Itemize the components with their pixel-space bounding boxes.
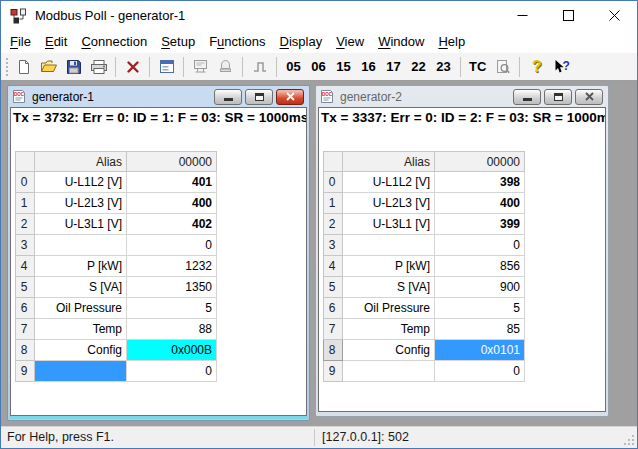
value-cell[interactable]: 0x000B [127,340,217,361]
function-15-button[interactable]: 15 [332,55,355,78]
resize-grip[interactable] [623,434,635,446]
alias-column-header[interactable]: Alias [343,152,435,172]
value-column-header[interactable]: 00000 [127,152,217,172]
alias-cell[interactable]: S [VA] [343,277,435,298]
child1-titlebar[interactable]: DOC generator-1 [8,86,309,107]
row-number-cell[interactable]: 1 [324,193,343,214]
alias-cell[interactable]: U-L1L2 [V] [35,172,127,193]
alias-cell[interactable]: Config [343,340,435,361]
communication-traffic-button[interactable] [189,55,212,78]
value-cell[interactable]: 856 [435,256,525,277]
alias-cell[interactable]: Config [35,340,127,361]
alarm-button[interactable] [214,55,237,78]
menu-display[interactable]: Display [273,31,330,52]
value-cell[interactable]: 85 [435,319,525,340]
alias-cell[interactable] [35,361,127,382]
row-number-cell[interactable]: 5 [324,277,343,298]
alias-cell[interactable]: U-L3L1 [V] [343,214,435,235]
child2-restore-button[interactable] [544,89,572,105]
alias-cell[interactable]: S [VA] [35,277,127,298]
alias-cell[interactable] [343,235,435,256]
alias-cell[interactable]: U-L1L2 [V] [343,172,435,193]
child2-titlebar[interactable]: DOC generator-2 [316,86,608,107]
single-poll-button[interactable] [248,55,271,78]
row-number-cell[interactable]: 9 [324,361,343,382]
value-cell[interactable]: 1232 [127,256,217,277]
row-number-cell[interactable]: 7 [324,319,343,340]
child1-minimize-button[interactable] [214,89,242,105]
function-23-button[interactable]: 23 [432,55,455,78]
row-number-cell[interactable]: 2 [16,214,35,235]
function-17-button[interactable]: 17 [382,55,405,78]
maximize-button[interactable] [545,1,591,30]
child2-minimize-button[interactable] [513,89,541,105]
value-cell[interactable]: 0x0101 [435,340,525,361]
alias-cell[interactable]: Oil Pressure [343,298,435,319]
child1-close-button[interactable] [276,89,304,105]
alias-cell[interactable]: U-L3L1 [V] [35,214,127,235]
value-cell[interactable]: 399 [435,214,525,235]
alias-cell[interactable]: P [kW] [35,256,127,277]
cancel-poll-button[interactable] [121,55,144,78]
value-cell[interactable]: 0 [435,235,525,256]
grid-corner-cell[interactable] [324,152,343,172]
value-cell[interactable]: 0 [127,235,217,256]
alias-cell[interactable]: Temp [35,319,127,340]
row-number-cell[interactable]: 9 [16,361,35,382]
toolbar-grip[interactable] [5,57,9,77]
menu-help[interactable]: Help [431,31,472,52]
alias-cell[interactable] [343,361,435,382]
menu-edit[interactable]: Edit [38,31,74,52]
function-06-button[interactable]: 06 [307,55,330,78]
print-button[interactable] [87,55,110,78]
close-button[interactable] [591,1,637,30]
value-cell[interactable]: 0 [435,361,525,382]
alias-column-header[interactable]: Alias [35,152,127,172]
row-number-cell[interactable]: 8 [324,340,343,361]
value-cell[interactable]: 0 [127,361,217,382]
menu-view[interactable]: View [329,31,371,52]
value-cell[interactable]: 5 [435,298,525,319]
function-16-button[interactable]: 16 [357,55,380,78]
row-number-cell[interactable]: 2 [324,214,343,235]
row-number-cell[interactable]: 6 [16,298,35,319]
menu-connection[interactable]: Connection [74,31,154,52]
value-column-header[interactable]: 00000 [435,152,525,172]
row-number-cell[interactable]: 4 [16,256,35,277]
row-number-cell[interactable]: 6 [324,298,343,319]
row-number-cell[interactable]: 3 [324,235,343,256]
open-file-button[interactable] [37,55,60,78]
alias-cell[interactable]: U-L2L3 [V] [343,193,435,214]
minimize-button[interactable] [499,1,545,30]
value-cell[interactable]: 400 [435,193,525,214]
row-number-cell[interactable]: 3 [16,235,35,256]
value-cell[interactable]: 5 [127,298,217,319]
value-cell[interactable]: 401 [127,172,217,193]
menu-setup[interactable]: Setup [154,31,202,52]
alias-cell[interactable] [35,235,127,256]
value-cell[interactable]: 900 [435,277,525,298]
new-file-button[interactable] [12,55,35,78]
value-cell[interactable]: 402 [127,214,217,235]
row-number-cell[interactable]: 5 [16,277,35,298]
print-preview-button[interactable] [491,55,514,78]
about-button[interactable]: ? [525,55,548,78]
row-number-cell[interactable]: 4 [324,256,343,277]
value-cell[interactable]: 88 [127,319,217,340]
row-number-cell[interactable]: 0 [16,172,35,193]
function-22-button[interactable]: 22 [407,55,430,78]
grid-corner-cell[interactable] [16,152,35,172]
main-titlebar[interactable]: Modbus Poll - generator-1 [1,1,637,30]
value-cell[interactable]: 398 [435,172,525,193]
row-number-cell[interactable]: 1 [16,193,35,214]
child1-restore-button[interactable] [245,89,273,105]
value-cell[interactable]: 1350 [127,277,217,298]
function-05-button[interactable]: 05 [282,55,305,78]
menu-file[interactable]: File [3,31,38,52]
context-help-button[interactable]: ? [550,55,573,78]
row-number-cell[interactable]: 8 [16,340,35,361]
alias-cell[interactable]: Oil Pressure [35,298,127,319]
alias-cell[interactable]: P [kW] [343,256,435,277]
value-cell[interactable]: 400 [127,193,217,214]
test-center-button[interactable]: TC [466,55,489,78]
